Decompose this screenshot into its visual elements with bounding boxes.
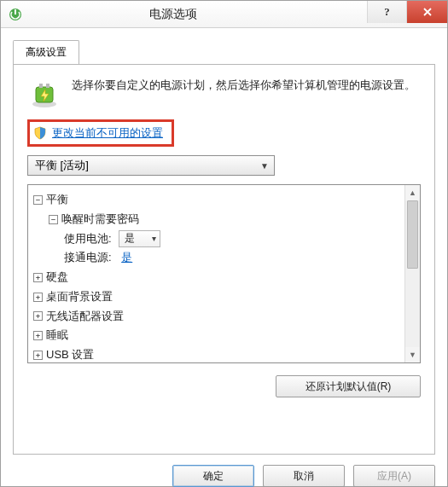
power-plan-select[interactable]: 平衡 [活动] ▼: [27, 155, 275, 176]
restore-row: 还原计划默认值(R): [27, 375, 421, 397]
on-battery-value: 是: [125, 229, 135, 247]
tree-node-sleep[interactable]: 睡眠: [46, 326, 68, 345]
intro-text: 选择你要自定义的电源计划，然后选择你希望计算机管理的电源设置。: [72, 77, 416, 111]
tree-node-desktop-background[interactable]: 桌面背景设置: [46, 287, 113, 307]
tree-node-wake-password[interactable]: 唤醒时需要密码: [61, 210, 139, 229]
svg-rect-5: [46, 84, 49, 88]
expand-toggle[interactable]: +: [33, 293, 43, 302]
client-area: 高级设置 选择你要自定义的电源计划，然后选择你希望计算机管理的电源设置。: [1, 29, 447, 486]
svg-rect-4: [39, 84, 43, 88]
tree-scrollbar[interactable]: ▲ ▼: [404, 185, 420, 362]
power-options-icon: [8, 7, 23, 22]
plugged-in-label: 接通电源:: [64, 248, 112, 268]
ok-button[interactable]: 确定: [172, 465, 254, 487]
scroll-track[interactable]: [405, 200, 420, 347]
scroll-down-button[interactable]: ▼: [405, 347, 420, 362]
chevron-down-icon: ▼: [260, 161, 269, 171]
restore-defaults-button[interactable]: 还原计划默认值(R): [276, 375, 421, 397]
tab-advanced-settings[interactable]: 高级设置: [13, 40, 79, 65]
intro-row: 选择你要自定义的电源计划，然后选择你希望计算机管理的电源设置。: [27, 77, 421, 111]
plugged-in-value[interactable]: 是: [121, 248, 132, 268]
tree-node-hard-disk[interactable]: 硬盘: [46, 268, 68, 287]
expand-toggle[interactable]: +: [33, 273, 43, 282]
apply-button: 应用(A): [353, 465, 435, 487]
collapse-toggle[interactable]: −: [33, 195, 43, 205]
power-plan-selected-label: 平衡 [活动]: [35, 158, 89, 173]
tree-node-wireless-adapter[interactable]: 无线适配器设置: [46, 307, 124, 327]
on-battery-label: 使用电池:: [64, 229, 112, 249]
expand-toggle[interactable]: +: [33, 351, 43, 360]
settings-tree-container: −平衡 −唤醒时需要密码 使用电池: 是 ▾ 接通电源: 是 +硬盘: [27, 184, 421, 363]
settings-tree[interactable]: −平衡 −唤醒时需要密码 使用电池: 是 ▾ 接通电源: 是 +硬盘: [28, 185, 404, 362]
expand-toggle[interactable]: +: [33, 331, 43, 340]
title-bar-buttons: ?: [367, 1, 447, 27]
scroll-thumb[interactable]: [407, 200, 418, 269]
chevron-down-icon: ▾: [152, 231, 156, 246]
battery-icon: [27, 77, 61, 111]
svg-rect-1: [15, 9, 16, 14]
tree-node-usb-settings[interactable]: USB 设置: [46, 345, 94, 362]
tree-node-balanced[interactable]: 平衡: [46, 190, 68, 210]
window-title: 电源选项: [30, 7, 367, 22]
expand-toggle[interactable]: +: [33, 311, 43, 321]
title-bar: 电源选项 ?: [1, 1, 447, 28]
help-button[interactable]: ?: [367, 1, 406, 23]
on-battery-value-combo[interactable]: 是 ▾: [119, 230, 160, 247]
tab-strip: 高级设置: [13, 39, 435, 64]
collapse-toggle[interactable]: −: [49, 215, 58, 224]
dialog-button-row: 确定 取消 应用(A): [13, 465, 435, 487]
change-unavailable-link-box: 更改当前不可用的设置: [27, 119, 174, 147]
change-unavailable-settings-link[interactable]: 更改当前不可用的设置: [52, 125, 163, 141]
uac-shield-icon: [33, 126, 47, 140]
cancel-button[interactable]: 取消: [263, 465, 345, 487]
close-button[interactable]: [406, 1, 447, 23]
scroll-up-button[interactable]: ▲: [405, 185, 420, 200]
dialog-window: 电源选项 ? 高级设置: [0, 0, 448, 487]
tab-panel: 选择你要自定义的电源计划，然后选择你希望计算机管理的电源设置。 更改当前不可用的…: [13, 64, 435, 455]
